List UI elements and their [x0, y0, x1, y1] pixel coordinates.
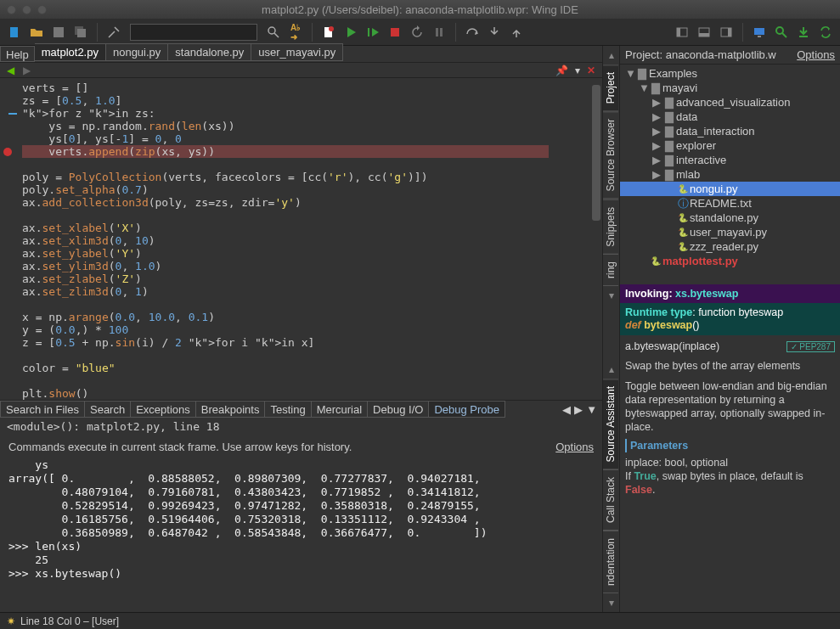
tree-twisty[interactable]: ▼ [639, 81, 649, 94]
step-over-button[interactable] [463, 23, 482, 42]
bottom-tab[interactable]: Exceptions [131, 401, 196, 418]
window-controls[interactable] [7, 5, 47, 14]
editor-menu-icon[interactable]: ▾ [575, 65, 580, 76]
restart-button[interactable] [408, 23, 426, 42]
panel-btn-1[interactable] [673, 23, 691, 42]
bottom-tab[interactable]: Debug I/O [368, 401, 429, 418]
probe-location[interactable]: <module>(): matplot2.py, line 18 [0, 418, 602, 435]
toolbar-search-input[interactable] [130, 24, 257, 41]
tree-item[interactable]: 🐍standalone.py [620, 211, 840, 225]
bottom-tab[interactable]: Mercurial [312, 401, 368, 418]
step-out-button[interactable] [507, 23, 526, 42]
run-button[interactable] [341, 23, 360, 42]
panel-btn-2[interactable] [695, 23, 713, 42]
side-tab[interactable]: ring [603, 254, 618, 286]
new-file-button[interactable] [5, 23, 24, 42]
close-window-icon[interactable] [7, 5, 16, 14]
nav-back-button[interactable]: ◀ [7, 65, 14, 76]
help-menu[interactable]: Help [0, 46, 35, 62]
breakpoint-icon[interactable] [3, 148, 12, 156]
file-tab[interactable]: user_mayavi.py [251, 43, 343, 61]
new-doc-button[interactable] [319, 23, 338, 42]
status-bar: ✷ Line 18 Col 0 – [User] [0, 612, 840, 629]
editor-gutter[interactable] [0, 78, 19, 400]
step-into-button[interactable] [485, 23, 504, 42]
tree-item[interactable]: 🐍matplottest.py [620, 254, 840, 268]
side-tab[interactable]: Source Assistant [603, 379, 618, 469]
tree-item[interactable]: 🐍nongui.py [620, 182, 840, 196]
side-chevron-down[interactable]: ▾ [603, 593, 619, 612]
bottom-tab-menu[interactable]: ▼ [586, 403, 597, 416]
editor-scrollbar[interactable] [590, 78, 602, 400]
bottom-tab[interactable]: Search [85, 401, 131, 418]
project-options-link[interactable]: Options [797, 48, 835, 61]
bulb-icon[interactable]: ✷ [7, 615, 15, 627]
tree-item[interactable]: 🐍zzz_reader.py [620, 239, 840, 254]
side-tab[interactable]: Source Browser [603, 111, 618, 199]
tree-item[interactable]: ▶▇advanced_visualization [620, 95, 840, 110]
side-tab[interactable]: ndentation [603, 531, 618, 593]
file-tab[interactable]: matplot2.py [35, 43, 106, 61]
tree-item[interactable]: ▼▇mayavi [620, 81, 840, 95]
search-button[interactable] [264, 23, 283, 42]
tree-item[interactable]: ▶▇data [620, 110, 840, 124]
tree-item[interactable]: ▶▇mlab [620, 167, 840, 182]
probe-output[interactable]: ys array([ 0. , 0.88588052, 0.89807309, … [0, 455, 602, 612]
sync-button[interactable] [816, 23, 835, 42]
probe-options-link[interactable]: Options [555, 441, 594, 453]
editor[interactable]: verts = []zs = [0.5, 1.0]"k">for z "k">i… [0, 78, 602, 400]
svg-rect-15 [699, 33, 709, 37]
bottom-tab[interactable]: Breakpoints [196, 401, 266, 418]
save-button[interactable] [49, 23, 68, 42]
tree-item[interactable]: ▶▇data_interaction [620, 124, 840, 138]
bottom-tab-left[interactable]: ◀ [562, 403, 571, 416]
tree-item[interactable]: ⓘREADME.txt [620, 196, 840, 211]
side-chevron-up[interactable]: ▴ [603, 46, 619, 65]
bottom-tab-right[interactable]: ▶ [574, 403, 583, 416]
side-tab[interactable]: Project [603, 65, 618, 111]
tree-label: data_interaction [676, 125, 755, 138]
debug-continue-button[interactable] [364, 23, 382, 42]
tree-twisty[interactable]: ▶ [652, 110, 662, 123]
zoom-window-icon[interactable] [37, 5, 47, 14]
fold-dash-icon[interactable] [8, 113, 17, 115]
bottom-tab[interactable]: Search in Files [0, 401, 85, 418]
goto-button[interactable] [104, 23, 123, 42]
pause-button[interactable] [430, 23, 448, 42]
tree-item[interactable]: ▼▇Examples [620, 66, 840, 81]
tree-item[interactable]: ▶▇explorer [620, 138, 840, 153]
tree-twisty[interactable]: ▼ [625, 67, 635, 80]
monitor-button[interactable] [750, 23, 769, 42]
side-tab[interactable]: Call Stack [603, 469, 618, 531]
tree-item[interactable]: ▶▇interactive [620, 153, 840, 167]
side-chevron-mid[interactable]: ▾ [603, 286, 619, 305]
open-file-button[interactable] [27, 23, 46, 42]
replace-button[interactable]: A♭➜ [286, 23, 305, 42]
folder-icon: ▇ [662, 110, 676, 123]
file-tab[interactable]: standalone.py [168, 43, 251, 61]
close-tab-button[interactable]: ✕ [587, 65, 595, 76]
tree-twisty[interactable]: ▶ [652, 139, 662, 152]
save-all-button[interactable] [71, 23, 90, 42]
pin-icon[interactable]: 📌 [555, 65, 568, 76]
tree-twisty[interactable]: ▶ [652, 96, 662, 109]
tree-item[interactable]: 🐍user_mayavi.py [620, 225, 840, 239]
tree-twisty[interactable]: ▶ [652, 168, 662, 181]
panel-btn-3[interactable] [717, 23, 736, 42]
project-tree[interactable]: ▼▇Examples▼▇mayavi▶▇advanced_visualizati… [620, 65, 840, 281]
side-tab[interactable]: Snippets [603, 199, 618, 255]
nav-forward-button: ▶ [23, 65, 31, 76]
bottom-tab[interactable]: Testing [265, 401, 311, 418]
tree-twisty[interactable]: ▶ [652, 125, 662, 138]
file-tab[interactable]: nongui.py [106, 43, 168, 61]
code-area[interactable]: verts = []zs = [0.5, 1.0]"k">for z "k">i… [19, 78, 590, 400]
minimize-window-icon[interactable] [22, 5, 31, 14]
find-button[interactable] [772, 23, 791, 42]
side-chevron-up2[interactable]: ▴ [603, 360, 619, 379]
download-button[interactable] [794, 23, 813, 42]
bottom-tab[interactable]: Debug Probe [429, 401, 505, 418]
tree-twisty[interactable]: ▶ [652, 154, 662, 166]
python-icon: 🐍 [676, 242, 690, 251]
project-title: Project: anaconda-matplotlib.w [625, 48, 776, 61]
stop-button[interactable] [386, 23, 404, 42]
